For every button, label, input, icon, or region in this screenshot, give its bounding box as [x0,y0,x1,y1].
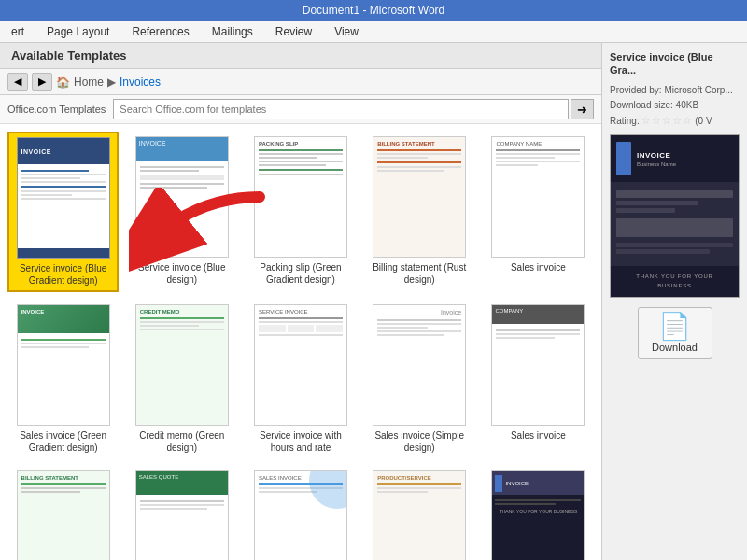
template-item[interactable]: INVOICE Sales invoice (Green Gradient de… [7,300,119,458]
template-item[interactable]: PACKING SLIP Packing slip (Green Gradien… [245,132,356,292]
download-icon: 📄 [658,314,691,340]
section-label: Office.com Templates [7,104,106,115]
search-button[interactable]: ➜ [571,99,594,119]
title-text: Document1 - Microsoft Word [303,4,445,17]
search-bar: Office.com Templates ➜ [0,95,601,124]
template-label: Packing slip (Green Gradient design) [249,261,351,286]
template-thumb: INVOICE THANK YOU FOR YOUR BUSINESS [491,470,585,560]
template-thumb: COMPANY NAME [491,136,585,258]
template-item[interactable]: COMPANY NAME Sales invoice [483,132,594,292]
provider-value: Microsoft Corp... [664,85,732,95]
provider-label: Provided by: Microsoft Corp... [610,83,740,98]
menu-mailings[interactable]: Mailings [208,23,257,40]
menu-insert[interactable]: ert [7,23,28,40]
right-panel: Service invoice (Blue Gra... Provided by… [602,43,747,560]
template-label: Billing statement (Rust design) [369,261,471,286]
template-thumb: BILLING STATEMENT [17,470,110,560]
rating-label: Rating: ☆ ☆ ☆ ☆ ☆ (0 V [610,113,740,130]
template-label: Service invoice (Blue Gradient design) [13,262,113,287]
templates-grid: INVOICE [7,132,594,560]
preview-title: Service invoice (Blue Gra... [610,50,740,77]
search-input[interactable] [113,99,569,119]
template-thumb: INVOICE [17,137,110,259]
template-item[interactable]: INVOICE THANK YOU FOR YOUR BUSINESS Sale… [483,466,594,560]
template-item[interactable]: SALES QUOTE Sales quote (Green design) [126,466,237,560]
template-label: Sales invoice (Green Gradient design) [12,429,114,454]
download-btn-container: 📄 Download [610,307,740,359]
nav-forward-button[interactable]: ▶ [32,73,52,91]
star-2: ☆ [652,113,661,130]
left-panel: Available Templates ◀ ▶ 🏠 Home ▶ Invoice… [0,43,602,560]
template-thumb: BILLING STATEMENT [373,136,466,258]
template-item[interactable]: INVOICE [7,132,119,292]
template-thumb: SALES QUOTE [135,470,229,560]
panel-header: Available Templates [0,43,601,69]
star-1: ☆ [641,113,651,130]
template-label: Service invoice (Blue design) [131,261,233,286]
menu-references[interactable]: References [128,23,192,40]
menu-page-layout[interactable]: Page Layout [43,23,113,40]
home-label[interactable]: Home [74,76,104,89]
breadcrumb-invoices[interactable]: Invoices [120,76,161,89]
template-item[interactable]: BILLING STATEMENT Billing statement (Gre… [7,466,119,560]
template-label: Service invoice with hours and rate [249,429,351,454]
templates-area: INVOICE [0,124,601,560]
template-item[interactable]: BILLING STATEMENT Billing statement (Rus… [364,132,475,292]
star-3: ☆ [662,113,671,130]
template-item[interactable]: INVOICE Service invoice (Blue design) [126,132,237,292]
template-thumb: INVOICE [17,304,110,426]
download-size-value: 40KB [676,100,698,110]
download-size-label: Download size: 40KB [610,98,740,113]
template-thumb: INVOICE [135,136,229,258]
template-thumb: COMPANY [491,304,585,426]
template-thumb: SERVICE INVOICE [254,304,347,426]
main-container: Available Templates ◀ ▶ 🏠 Home ▶ Invoice… [0,43,747,560]
preview-meta: Provided by: Microsoft Corp... Download … [610,83,740,130]
template-label: Sales invoice (Simple design) [369,429,471,454]
template-label: Sales invoice [511,429,566,441]
nav-home: 🏠 Home ▶ Invoices [56,76,161,89]
download-label: Download [652,342,698,353]
menu-review[interactable]: Review [272,23,316,40]
nav-back-button[interactable]: ◀ [7,73,28,91]
menu-bar: ert Page Layout References Mailings Revi… [0,21,747,43]
templates-container: INVOICE [7,132,594,560]
template-item[interactable]: SERVICE INVOICE Se [245,300,356,458]
breadcrumb-arrow: ▶ [107,76,116,89]
star-5: ☆ [683,113,692,130]
template-thumb: CREDIT MEMO [135,304,229,426]
preview-image: INVOICE Business Name THANK YOU FOR YOUR… [610,134,740,298]
template-item[interactable]: PRODUCT/SERVICE Product/service benefit [364,466,475,560]
nav-bar: ◀ ▶ 🏠 Home ▶ Invoices [0,69,601,95]
template-thumb: SALES INVOICE [254,470,347,560]
download-button[interactable]: 📄 Download [638,307,712,359]
template-item[interactable]: Invoice Sales invoice (Simple design) [364,300,475,458]
template-item[interactable]: SALES INVOICE Sales invoice (Arc design) [245,466,356,560]
template-item[interactable]: COMPANY Sales invoice [483,300,594,458]
template-thumb: Invoice [373,304,466,426]
menu-view[interactable]: View [331,23,362,40]
star-4: ☆ [672,113,682,130]
home-icon[interactable]: 🏠 [56,76,70,89]
template-thumb: PRODUCT/SERVICE [373,470,466,560]
template-label: Sales invoice [511,261,566,273]
template-item[interactable]: CREDIT MEMO Credit memo (Green design) [126,300,237,458]
template-thumb: PACKING SLIP [254,136,347,258]
rating-count: (0 V [695,116,712,126]
star-rating: ☆ ☆ ☆ ☆ ☆ [641,113,692,130]
template-label: Credit memo (Green design) [131,429,233,454]
title-bar: Document1 - Microsoft Word [0,0,747,21]
